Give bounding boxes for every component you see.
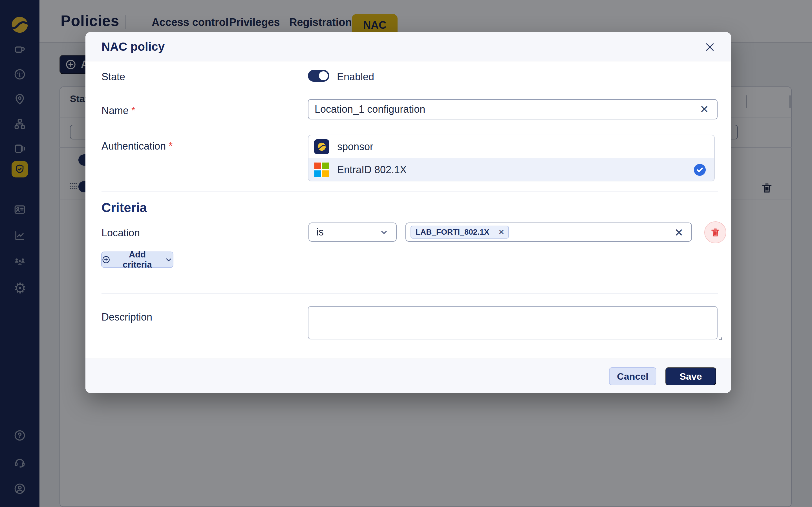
selected-check-icon — [693, 163, 706, 176]
modal-title: NAC policy — [101, 40, 165, 54]
nac-policy-modal: NAC policy State Enabled Name* ✕ Authent… — [86, 32, 731, 393]
modal-close-button[interactable] — [703, 41, 716, 54]
auth-option-name: sponsor — [337, 141, 373, 153]
modal-footer: Cancel Save — [86, 358, 731, 393]
required-asterisk: * — [132, 105, 135, 116]
chevron-down-icon — [379, 227, 389, 237]
trash-icon — [710, 227, 721, 238]
auth-option-entraid[interactable]: EntraID 802.1X — [308, 158, 714, 181]
add-criteria-button[interactable]: Add criteria — [101, 251, 173, 268]
app-root: ⚙ Policies Access control Privileges Reg… — [0, 0, 812, 507]
state-label: State — [101, 71, 125, 83]
required-asterisk: * — [168, 140, 172, 152]
criteria-heading: Criteria — [101, 200, 147, 215]
operator-value: is — [316, 226, 324, 238]
add-criteria-label: Add criteria — [114, 249, 160, 270]
authentication-label-text: Authentication — [101, 140, 166, 152]
plus-circle-icon — [102, 255, 110, 264]
chevron-down-icon — [164, 255, 173, 264]
cancel-button[interactable]: Cancel — [609, 367, 656, 385]
criteria-values-input[interactable]: LAB_FORTI_802.1X ✕ ✕ — [405, 223, 692, 242]
description-label: Description — [101, 311, 152, 323]
state-toggle[interactable] — [308, 70, 329, 82]
clear-name-button[interactable]: ✕ — [699, 104, 710, 115]
auth-option-sponsor[interactable]: sponsor — [308, 135, 714, 158]
modal-header: NAC policy — [86, 32, 731, 61]
criteria-field-label: Location — [101, 227, 140, 239]
microsoft-logo-icon — [314, 162, 329, 177]
section-divider — [101, 293, 718, 293]
chip-label: LAB_FORTI_802.1X — [411, 226, 494, 238]
auth-option-name: EntraID 802.1X — [337, 164, 407, 176]
delete-criteria-button[interactable] — [704, 221, 726, 243]
name-label-text: Name — [101, 105, 129, 116]
value-chip: LAB_FORTI_802.1X ✕ — [410, 226, 509, 238]
save-button[interactable]: Save — [665, 367, 716, 385]
cloudi-fi-logo-icon — [314, 139, 329, 154]
authentication-label: Authentication* — [101, 140, 172, 152]
state-value: Enabled — [337, 71, 374, 83]
description-textarea[interactable] — [308, 306, 718, 339]
criteria-operator-select[interactable]: is — [308, 223, 397, 242]
cloudi-fi-swirl-icon — [316, 141, 327, 152]
section-divider — [101, 191, 718, 192]
name-input[interactable] — [308, 99, 718, 119]
close-icon — [703, 41, 716, 54]
remove-chip-button[interactable]: ✕ — [494, 226, 508, 238]
authentication-list: sponsor EntraID 802.1X — [308, 135, 715, 181]
clear-values-button[interactable]: ✕ — [673, 227, 684, 238]
name-label: Name* — [101, 105, 135, 117]
textarea-resize-grip[interactable] — [719, 337, 722, 340]
